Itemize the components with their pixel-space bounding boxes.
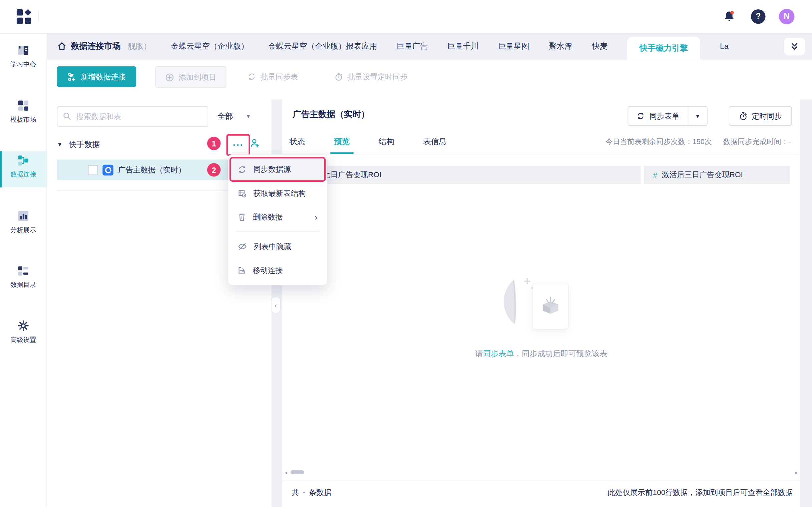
table-refresh-icon xyxy=(238,189,247,198)
sidebar-item-label: 分析展示 xyxy=(10,226,36,234)
tab-structure[interactable]: 结构 xyxy=(379,129,394,154)
sidebar-item-template-market[interactable]: 模板市场 xyxy=(0,99,47,131)
filter-dropdown[interactable]: 全部 ▼ xyxy=(218,106,251,126)
annotation-step-1-badge: 1 xyxy=(207,137,220,150)
preview-limit-note: 此处仅展示前100行数据，添加到项目后可查看全部数据 xyxy=(608,488,793,497)
sidebar-item-learning-center[interactable]: 学习中心 xyxy=(0,43,47,75)
nav-tab-truncated[interactable]: 舰版） xyxy=(128,41,151,51)
context-menu: 同步数据源 获取最新表结构 删除数据 › xyxy=(228,155,327,285)
new-data-connection-button[interactable]: 新增数据连接 xyxy=(57,66,137,87)
app-logo-icon[interactable] xyxy=(17,9,31,24)
settings-gear-icon xyxy=(17,319,30,332)
sync-form-button[interactable]: 同步表单 xyxy=(628,107,688,125)
sync-options-caret[interactable]: ▼ xyxy=(688,107,707,125)
batch-schedule-sync-button[interactable]: 批量设置定时同步 xyxy=(335,66,408,87)
annotation-step-2-badge: 2 xyxy=(207,163,220,176)
batch-schedule-label: 批量设置定时同步 xyxy=(347,72,408,81)
empty-state: 请同步表单，同步成功后即可预览该表 xyxy=(282,276,800,359)
nav-tab-list: 舰版） 金蝶云星空（企业版） 金蝶云星空（企业版）报表应用 巨量广告 巨量千川 … xyxy=(128,33,784,59)
sidebar-item-advanced-settings[interactable]: 高级设置 xyxy=(0,319,47,351)
scroll-right-arrow[interactable]: ▸ xyxy=(793,469,800,475)
nav-tab-kuaishou-active[interactable]: 快手磁力引擎 xyxy=(627,37,700,59)
trash-icon xyxy=(238,213,246,221)
preview-footer: 共 - 条数据 此处仅展示前100行数据，添加到项目后可查看全部数据 xyxy=(282,481,800,504)
submenu-chevron-icon: › xyxy=(315,213,318,221)
row-count-summary: 共 - 条数据 xyxy=(291,488,331,497)
user-avatar[interactable]: N xyxy=(779,9,795,24)
timed-sync-button[interactable]: 定时同步 xyxy=(728,106,792,126)
nav-tab-juliang-xingtu[interactable]: 巨量星图 xyxy=(498,41,530,51)
sidebar-item-label: 学习中心 xyxy=(10,60,36,69)
notification-badge-dot xyxy=(730,11,734,15)
more-actions-button[interactable]: ··· xyxy=(226,134,250,156)
menu-item-move-connection[interactable]: 移动连接 xyxy=(228,259,327,282)
main-body: 全部 ▼ ▼ 快手数据 1 ··· xyxy=(47,99,812,507)
tab-table-info[interactable]: 表信息 xyxy=(423,129,446,154)
menu-item-fetch-structure[interactable]: 获取最新表结构 xyxy=(228,181,327,205)
sidebar-item-analysis[interactable]: 分析展示 xyxy=(0,209,47,241)
add-to-project-button[interactable]: 添加到项目 xyxy=(156,66,226,88)
help-button[interactable]: ? xyxy=(751,9,765,24)
search-box xyxy=(57,106,208,127)
topbar-divider xyxy=(38,10,39,23)
nav-tab-juliang-qianchuan[interactable]: 巨量千川 xyxy=(447,41,478,51)
menu-item-delete-data[interactable]: 删除数据 › xyxy=(228,205,327,229)
preview-table-header: # 激活后七日广告变现ROI # 激活后三日广告变现ROI xyxy=(282,166,800,184)
menu-item-label: 同步数据源 xyxy=(253,164,291,174)
sync-form-split-button[interactable]: 同步表单 ▼ xyxy=(628,106,708,126)
tab-status[interactable]: 状态 xyxy=(289,129,305,154)
timed-sync-label: 定时同步 xyxy=(752,111,781,121)
sync-icon xyxy=(238,165,247,173)
panel-collapse-handle[interactable]: ‹ xyxy=(271,297,281,314)
nav-tab-la-truncated[interactable]: La xyxy=(720,42,728,51)
notification-bell-icon[interactable] xyxy=(723,10,735,24)
tree-item-label: 广告主数据（实时） xyxy=(118,165,186,174)
search-input[interactable] xyxy=(75,107,206,126)
tree-expand-icon[interactable]: ▼ xyxy=(57,142,63,148)
menu-item-hide-from-list[interactable]: 列表中隐藏 xyxy=(228,234,327,258)
menu-item-sync-datasource[interactable]: 同步数据源 xyxy=(228,158,327,181)
menu-item-label: 移动连接 xyxy=(253,266,283,275)
double-chevron-down-icon xyxy=(790,42,799,51)
row-checkbox[interactable] xyxy=(88,165,98,174)
numeric-type-icon: # xyxy=(653,171,657,179)
total-suffix: 条数据 xyxy=(309,488,332,497)
sidebar-item-data-connection[interactable]: 数据连接 xyxy=(0,154,47,186)
column-label: 激活后三日广告变现ROI xyxy=(662,170,743,179)
search-icon xyxy=(63,112,71,120)
remaining-sync-count: 今日当前表剩余同步次数：150次 xyxy=(605,137,712,147)
nav-tab-kingdee-report[interactable]: 金蝶云星空（企业版）报表应用 xyxy=(268,41,377,51)
tabs-expand-button[interactable] xyxy=(784,38,805,55)
authorize-user-icon[interactable] xyxy=(250,138,260,149)
new-connection-label: 新增数据连接 xyxy=(81,72,126,81)
tree-group-kuaishou[interactable]: ▼ 快手数据 xyxy=(57,136,100,154)
open-box-icon xyxy=(540,295,561,317)
sidebar-item-data-catalog[interactable]: 数据目录 xyxy=(0,264,47,296)
scroll-left-arrow[interactable]: ◂ xyxy=(282,469,289,475)
batch-sync-tables-button[interactable]: 批量同步表 xyxy=(248,66,298,87)
column-header-roi7[interactable]: # 激活后七日广告变现ROI xyxy=(282,166,641,184)
nav-tab-kingdee[interactable]: 金蝶云星空（企业版） xyxy=(171,41,249,51)
analysis-display-icon xyxy=(17,209,30,222)
data-connection-icon xyxy=(17,154,30,167)
add-to-project-label: 添加到项目 xyxy=(179,72,217,82)
menu-item-label: 列表中隐藏 xyxy=(254,241,291,251)
tab-preview[interactable]: 预览 xyxy=(334,129,349,154)
app-window: ? N 学习中心 模板市场 xyxy=(0,0,812,507)
breadcrumb[interactable]: 数据连接市场 xyxy=(57,41,121,52)
template-market-icon xyxy=(17,99,30,112)
empty-suffix: ，同步成功后即可预览该表 xyxy=(514,349,607,357)
connection-tabs-bar: 数据连接市场 舰版） 金蝶云星空（企业版） 金蝶云星空（企业版）报表应用 巨量广… xyxy=(47,33,812,59)
nav-tab-kuaimai[interactable]: 快麦 xyxy=(592,41,608,51)
nav-tab-juliang-ad[interactable]: 巨量广告 xyxy=(397,41,428,51)
sync-form-label: 同步表单 xyxy=(650,111,680,121)
scrollbar-thumb[interactable] xyxy=(290,470,304,474)
column-header-roi3[interactable]: # 激活后三日广告变现ROI xyxy=(644,166,790,184)
sync-finish-time: 数据同步完成时间：- xyxy=(723,137,791,147)
ellipsis-icon: ··· xyxy=(233,139,244,151)
menu-item-label: 获取最新表结构 xyxy=(253,188,306,198)
stopwatch-icon xyxy=(335,72,343,81)
sync-form-link[interactable]: 同步表单 xyxy=(483,349,514,357)
sidebar: 学习中心 模板市场 数据连接 xyxy=(0,33,47,507)
nav-tab-jushuitan[interactable]: 聚水潭 xyxy=(549,41,573,51)
